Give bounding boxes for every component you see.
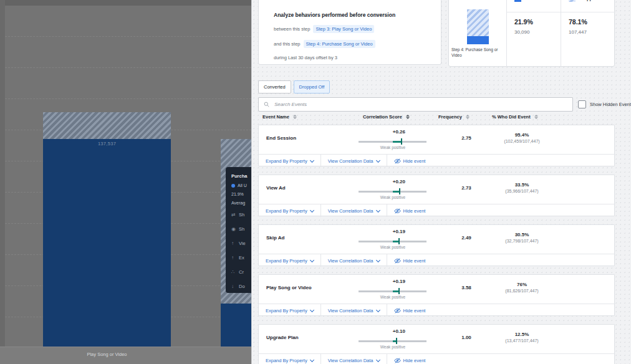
dropped-off-count: 107,447 bbox=[569, 29, 587, 35]
correlation-slider-fill bbox=[393, 141, 402, 143]
sort-icon[interactable] bbox=[293, 115, 297, 120]
event-row-card: Play Song or Video +0.19 Weak positive 3… bbox=[258, 274, 615, 316]
show-hidden-checkbox[interactable] bbox=[578, 100, 586, 108]
eye-off-icon bbox=[394, 208, 401, 214]
during-label: during Last 30 days offset by 3 bbox=[274, 55, 337, 60]
percent-who-did-value: 30.5% bbox=[491, 232, 553, 237]
menu-item-icon: ◉ bbox=[231, 226, 239, 232]
percent-ratio-value: (102,459/107,447) bbox=[484, 139, 559, 143]
correlation-score-value: +0.10 bbox=[368, 328, 405, 334]
header-percent-who-did[interactable]: % Who Did Event bbox=[492, 114, 538, 120]
hide-event-button[interactable]: Hide event bbox=[387, 204, 433, 217]
correlation-slider-marker bbox=[396, 338, 397, 344]
frequency-value: 2.75 bbox=[448, 135, 485, 141]
eye-off-icon bbox=[394, 357, 401, 364]
menu-item-icon: ↓ bbox=[231, 284, 239, 289]
row-actions: Expand By Property View Correlation Data… bbox=[259, 254, 614, 267]
search-events-box[interactable] bbox=[258, 97, 573, 112]
correlation-slider-marker bbox=[399, 188, 400, 194]
correlation-strength-label: Weak positive bbox=[359, 295, 427, 299]
step3-chip[interactable]: Step 3: Play Song or Video bbox=[313, 25, 374, 33]
event-row-card: Skip Ad +0.19 Weak positive 2.49 30.5% (… bbox=[258, 224, 615, 266]
tab-dropped-off[interactable]: Dropped Off bbox=[294, 80, 330, 93]
row-actions: Expand By Property View Correlation Data… bbox=[259, 154, 614, 167]
tab-converted[interactable]: Converted bbox=[258, 80, 291, 93]
expand-by-property-button[interactable]: Expand By Property bbox=[259, 304, 321, 317]
mini-funnel-droppedoff-segment bbox=[467, 9, 489, 36]
hide-event-button[interactable]: Hide event bbox=[387, 254, 433, 267]
x-axis-label: Play Song or Video bbox=[43, 352, 171, 357]
chevron-down-icon bbox=[375, 257, 380, 262]
correlation-strength-label: Weak positive bbox=[359, 345, 427, 349]
percent-who-did-value: 33.5% bbox=[491, 182, 553, 188]
dropped-off-percent: 78.1% bbox=[569, 18, 587, 26]
chevron-down-icon bbox=[375, 208, 380, 212]
expand-by-property-button[interactable]: Expand By Property bbox=[259, 254, 321, 267]
eye-off-icon bbox=[394, 257, 401, 264]
funnel-bar-step3-droppedoff-segment[interactable] bbox=[43, 112, 171, 139]
event-row-card: End Session +0.26 Weak positive 2.75 95.… bbox=[258, 125, 615, 166]
view-correlation-data-button[interactable]: View Correlation Data bbox=[321, 204, 387, 217]
expand-by-property-button[interactable]: Expand By Property bbox=[259, 204, 321, 217]
funnel-summary-card: Step 4: Purchase Song or Video Converted… bbox=[448, 0, 615, 67]
chevron-down-icon bbox=[375, 307, 380, 312]
menu-item-icon: ⇄ bbox=[231, 212, 239, 218]
view-correlation-data-button[interactable]: View Correlation Data bbox=[321, 304, 387, 317]
sort-icon[interactable] bbox=[534, 115, 538, 120]
frequency-value: 2.49 bbox=[448, 235, 485, 241]
correlation-score-value: +0.26 bbox=[368, 129, 405, 135]
converted-count: 30,090 bbox=[514, 29, 529, 35]
chart-edge bbox=[0, 0, 251, 6]
frequency-value: 2.73 bbox=[448, 185, 485, 191]
header-event-name[interactable]: Event Name bbox=[263, 114, 297, 120]
event-name: View Ad bbox=[266, 185, 286, 191]
hide-event-button[interactable]: Hide event bbox=[387, 354, 433, 364]
view-correlation-data-button[interactable]: View Correlation Data bbox=[321, 254, 387, 267]
correlation-strength-label: Weak positive bbox=[359, 195, 427, 199]
menu-item-icon: ↑ bbox=[231, 241, 239, 246]
row-actions: Expand By Property View Correlation Data… bbox=[259, 204, 614, 217]
header-frequency[interactable]: Frequency bbox=[438, 114, 470, 120]
chevron-down-icon bbox=[310, 257, 314, 262]
chevron-down-icon bbox=[375, 158, 380, 162]
funnel-bar-step3-value: 137,537 bbox=[43, 141, 171, 146]
chevron-down-icon bbox=[310, 307, 314, 312]
dropped-off-label: Dropped Off bbox=[579, 0, 606, 1]
chevron-down-icon bbox=[375, 357, 380, 362]
conversion-drivers-panel: Analyze behaviors performed before conve… bbox=[251, 0, 631, 364]
sort-icon[interactable] bbox=[406, 115, 410, 120]
event-row-card: View Ad +0.20 Weak positive 2.73 33.5% (… bbox=[258, 175, 615, 216]
step4-chip[interactable]: Step 4: Purchase Song or Video bbox=[304, 40, 375, 48]
event-name: Upgrade Plan bbox=[266, 335, 299, 340]
show-hidden-events-toggle[interactable]: Show Hidden Events bbox=[578, 100, 631, 108]
search-icon bbox=[264, 102, 269, 107]
converted-label: Converted bbox=[524, 0, 547, 1]
search-events-input[interactable] bbox=[273, 101, 572, 108]
hide-event-button[interactable]: Hide event bbox=[387, 155, 433, 167]
sort-icon[interactable] bbox=[466, 115, 470, 120]
percent-ratio-value: (81,626/107,447) bbox=[484, 289, 559, 293]
funnel-chart-dimmed: 137,537 Play Song or Video bbox=[0, 0, 251, 364]
event-row-card: Upgrade Plan +0.10 Weak positive 1.00 12… bbox=[258, 324, 615, 364]
row-actions: Expand By Property View Correlation Data… bbox=[259, 304, 614, 317]
correlation-slider-marker bbox=[401, 138, 402, 145]
funnel-bar-step4[interactable] bbox=[221, 304, 251, 347]
correlation-slider-marker bbox=[398, 288, 400, 294]
percent-ratio-value: (13,477/107,447) bbox=[484, 338, 559, 343]
expand-by-property-button[interactable]: Expand By Property bbox=[259, 354, 321, 364]
view-correlation-data-button[interactable]: View Correlation Data bbox=[321, 155, 387, 167]
chevron-down-icon bbox=[310, 158, 314, 162]
mini-funnel-converted-segment bbox=[467, 36, 489, 44]
funnel-bar-step3[interactable] bbox=[43, 139, 171, 347]
percent-who-did-value: 95.4% bbox=[491, 132, 553, 138]
header-correlation-score[interactable]: Correlation Score bbox=[363, 114, 410, 120]
correlation-strength-label: Weak positive bbox=[359, 145, 427, 150]
view-correlation-data-button[interactable]: View Correlation Data bbox=[321, 354, 387, 364]
chart-edge bbox=[0, 0, 5, 364]
analysis-title: Analyze behaviors performed before conve… bbox=[274, 12, 435, 18]
events-table-header: Event Name Correlation Score Frequency %… bbox=[258, 114, 615, 123]
frequency-value: 3.58 bbox=[448, 285, 485, 290]
percent-who-did-value: 12.5% bbox=[491, 332, 553, 337]
expand-by-property-button[interactable]: Expand By Property bbox=[259, 155, 321, 167]
hide-event-button[interactable]: Hide event bbox=[387, 304, 433, 317]
